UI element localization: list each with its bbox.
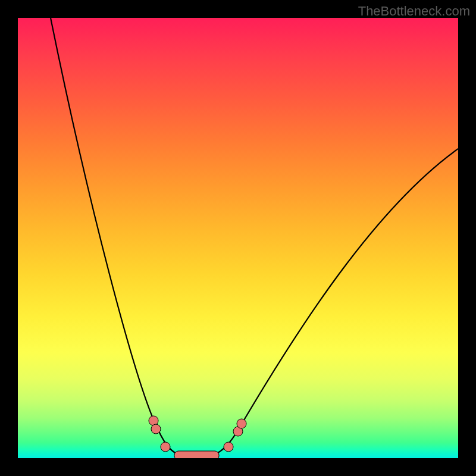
dot-right-lower bbox=[224, 442, 233, 452]
dot-left-lower bbox=[161, 442, 170, 452]
dot-left-upper-b bbox=[151, 424, 161, 434]
valley-bar bbox=[174, 451, 219, 458]
dot-left-upper-a bbox=[149, 416, 158, 425]
curve-svg bbox=[18, 18, 458, 458]
chart-frame bbox=[18, 18, 458, 458]
curve-left bbox=[51, 18, 181, 456]
curve-right bbox=[211, 149, 458, 456]
watermark-text: TheBottleneck.com bbox=[358, 4, 470, 19]
dot-right-upper-b bbox=[237, 419, 246, 428]
